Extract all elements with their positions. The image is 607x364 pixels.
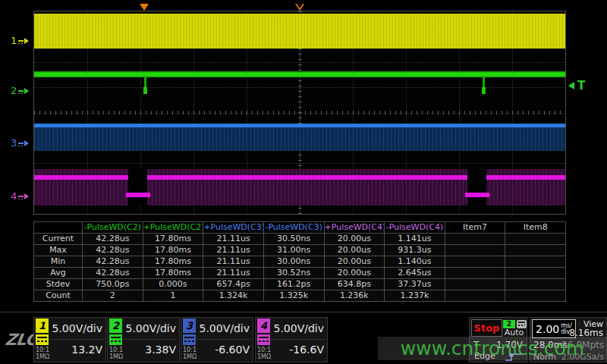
table-row: Current 42.28us 17.80ms 21.11us 30.50ns …	[34, 234, 566, 245]
meas-cell: 42.28us	[83, 245, 143, 256]
meas-row-label: Stdev	[34, 279, 83, 290]
watermark-text: www.cntronics.com	[401, 337, 584, 359]
channel-2-badge: 2	[109, 318, 122, 333]
probe-ratio: 10:1	[257, 347, 271, 353]
meas-cell: 17.80ms	[143, 234, 203, 245]
volts-per-div-value: 5.00V/div	[273, 322, 324, 334]
divider	[50, 339, 104, 340]
right-arrow-icon	[24, 88, 29, 94]
meas-cell: 30.52ns	[263, 268, 324, 279]
meas-row-label: Min	[34, 256, 83, 268]
meas-cell	[445, 256, 505, 268]
ch4-low-pulse	[126, 193, 150, 197]
ch2-pulse-spike-tip	[482, 87, 486, 94]
ch2-pulse-spike	[483, 77, 485, 94]
meas-cell: 30.50ns	[263, 234, 324, 245]
channel-3-badge: 3	[183, 318, 196, 333]
meas-header-cell[interactable]: -PulseWD(C3)	[263, 222, 324, 234]
run-stop-button[interactable]: Stop	[471, 319, 502, 337]
meas-row-label: Max	[34, 245, 83, 256]
ch2-pulse-spike-tip	[143, 87, 147, 94]
channel-1-settings[interactable]: 1 10:1 1MΩ 5.00V/div 13.2V	[33, 317, 106, 362]
meas-cell	[505, 256, 566, 268]
meas-header-cell[interactable]: Item7	[445, 222, 505, 234]
meas-cell: 2.645us	[385, 268, 445, 279]
delay-reference-marker[interactable]	[295, 4, 304, 11]
right-arrow-icon	[24, 38, 29, 44]
dc-coupling-icon	[183, 334, 196, 345]
meas-cell: 31.00ns	[263, 245, 324, 256]
right-arrow-icon	[24, 140, 29, 146]
trigger-level-marker[interactable]: T	[568, 79, 585, 93]
channel-2-settings[interactable]: 2 10:1 1MΩ 5.00V/div 3.38V	[107, 317, 180, 362]
meas-cell	[505, 268, 566, 279]
meas-row-label: Avg	[34, 268, 83, 279]
volts-per-div-value: 5.00V/div	[52, 322, 102, 334]
channel-offset-value: -16.6V	[289, 344, 324, 356]
probe-ratio: 10:1	[183, 347, 197, 353]
meas-cell: 1.141us	[385, 234, 445, 245]
channel-4-position-marker[interactable]: 4	[11, 190, 33, 202]
meas-row-label: Current	[34, 234, 83, 245]
meas-header-cell[interactable]: Item8	[505, 222, 566, 234]
channel-4-settings[interactable]: 4 10:1 1MΩ 5.00V/div -16.6V	[255, 317, 328, 362]
meas-cell: 17.80ms	[143, 268, 203, 279]
meas-cell: 20.00us	[324, 245, 385, 256]
table-row: Avg 42.28us 17.80ms 21.11us 30.52ns 20.0…	[34, 268, 566, 279]
meas-cell: 20.00us	[324, 234, 385, 245]
meas-header-cell[interactable]: +PulseWD(C4)	[324, 222, 385, 234]
channel-1-marker-label: 1	[11, 36, 17, 46]
meas-cell: 17.80ms	[143, 245, 203, 256]
table-row: Min 42.28us 17.80ms 21.11us 30.00ns 20.0…	[34, 256, 566, 268]
meas-cell: 1.325k	[263, 290, 324, 302]
input-impedance: 1MΩ	[183, 353, 197, 360]
probe-ratio: 10:1	[109, 347, 123, 353]
meas-cell: 0.000s	[143, 279, 203, 290]
meas-cell: 21.11us	[203, 234, 264, 245]
channel-1-position-marker[interactable]: 1	[11, 35, 33, 47]
table-row: Count 2 1 1.324k 1.325k 1.236k 1.237k	[34, 290, 566, 302]
meas-cell	[445, 279, 505, 290]
meas-cell: 21.11us	[203, 245, 264, 256]
dc-coupling-icon	[257, 334, 270, 345]
input-impedance: 1MΩ	[257, 353, 271, 360]
meas-header-cell[interactable]: -PulseWD(C2)	[83, 222, 143, 234]
watermark: www.cntronics.com	[378, 337, 607, 360]
meas-cell	[505, 234, 566, 245]
ch4-low-pulse	[465, 193, 489, 197]
oscilloscope-screen: 1 2 3 4 T -PulseWD(C2) +PulseWD(C2) +Pul…	[0, 0, 607, 364]
divider	[197, 339, 251, 340]
meas-cell: 634.8ps	[324, 279, 385, 290]
probe-ratio: 10:1	[36, 347, 49, 353]
meas-cell: 1.140us	[385, 256, 445, 268]
channel-offset-value: 13.2V	[71, 344, 102, 356]
meas-cell: 20.00us	[324, 268, 385, 279]
meas-cell: 1.236k	[324, 290, 385, 302]
center-vertical-ticks	[298, 11, 302, 214]
divider	[124, 339, 178, 340]
channel-3-position-marker[interactable]: 3	[11, 137, 33, 149]
meas-cell: 42.28us	[83, 234, 143, 245]
meas-cell	[505, 279, 566, 290]
meas-header-cell[interactable]: +PulseWD(C3)	[203, 222, 264, 234]
meas-header-cell[interactable]: -PulseWD(C4)	[385, 222, 445, 234]
meas-cell	[445, 268, 505, 279]
meas-cell	[505, 245, 566, 256]
meas-header-cell[interactable]: +PulseWD(C2)	[143, 222, 203, 234]
channel-4-badge: 4	[257, 318, 270, 333]
table-row: Max 42.28us 17.80ms 21.11us 31.00ns 20.0…	[34, 245, 566, 256]
measurement-header-row: -PulseWD(C2) +PulseWD(C2) +PulseWD(C3) -…	[34, 222, 566, 234]
trigger-position-marker[interactable]	[140, 4, 149, 11]
channel-2-position-marker[interactable]: 2	[11, 85, 33, 97]
volts-per-div-value: 5.00V/div	[199, 322, 250, 334]
probe-info: 10:1 1MΩ	[36, 347, 49, 360]
probe-info: 10:1 1MΩ	[257, 347, 271, 360]
channel-offset-value: -6.60V	[215, 344, 250, 356]
meas-cell: 1.324k	[203, 290, 264, 302]
channel-3-settings[interactable]: 3 10:1 1MΩ 5.00V/div -6.60V	[181, 317, 253, 362]
meas-cell: 657.4ps	[203, 279, 264, 290]
coupling-glyph	[18, 40, 24, 45]
meas-cell: 20.00us	[324, 256, 385, 268]
meas-cell: 2	[83, 290, 143, 302]
meas-corner-cell	[34, 222, 83, 234]
